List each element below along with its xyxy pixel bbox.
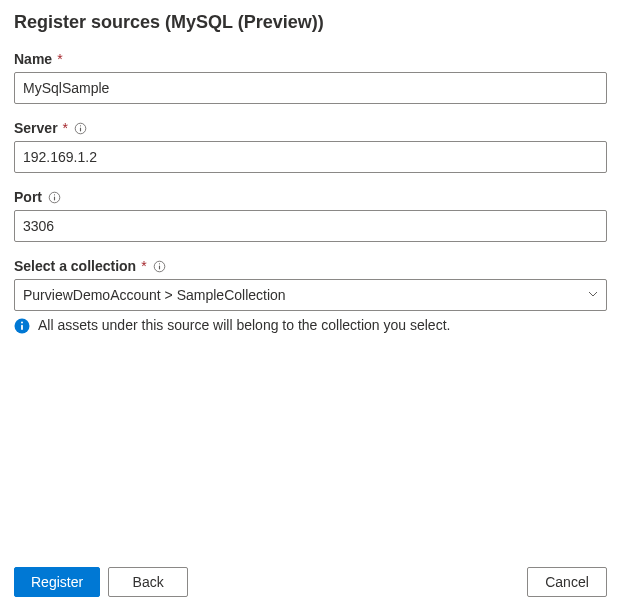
name-label-text: Name bbox=[14, 51, 52, 67]
collection-select-wrapper: PurviewDemoAccount > SampleCollection bbox=[14, 279, 607, 311]
footer: Register Back Cancel bbox=[0, 555, 621, 611]
required-marker: * bbox=[57, 51, 62, 67]
svg-point-2 bbox=[80, 125, 81, 126]
collection-select-value: PurviewDemoAccount > SampleCollection bbox=[23, 287, 286, 303]
name-input[interactable] bbox=[14, 72, 607, 104]
form-content: Register sources (MySQL (Preview)) Name … bbox=[0, 0, 621, 555]
collection-label: Select a collection * bbox=[14, 258, 607, 274]
cancel-button[interactable]: Cancel bbox=[527, 567, 607, 597]
footer-left: Register Back bbox=[14, 567, 188, 597]
info-icon[interactable] bbox=[153, 260, 166, 273]
collection-help-row: All assets under this source will belong… bbox=[14, 317, 607, 334]
svg-point-8 bbox=[159, 263, 160, 264]
port-label-text: Port bbox=[14, 189, 42, 205]
info-filled-icon bbox=[14, 318, 30, 334]
collection-select[interactable]: PurviewDemoAccount > SampleCollection bbox=[14, 279, 607, 311]
info-icon[interactable] bbox=[48, 191, 61, 204]
svg-point-11 bbox=[21, 321, 23, 323]
info-icon[interactable] bbox=[74, 122, 87, 135]
port-input[interactable] bbox=[14, 210, 607, 242]
collection-help-text: All assets under this source will belong… bbox=[38, 317, 450, 333]
server-input[interactable] bbox=[14, 141, 607, 173]
form-group-server: Server * bbox=[14, 120, 607, 173]
name-label: Name * bbox=[14, 51, 607, 67]
form-group-name: Name * bbox=[14, 51, 607, 104]
svg-point-5 bbox=[54, 194, 55, 195]
svg-rect-10 bbox=[21, 325, 23, 330]
form-group-collection: Select a collection * PurviewDemoAccount… bbox=[14, 258, 607, 334]
collection-label-text: Select a collection bbox=[14, 258, 136, 274]
port-label: Port bbox=[14, 189, 607, 205]
server-label: Server * bbox=[14, 120, 607, 136]
register-button[interactable]: Register bbox=[14, 567, 100, 597]
page-title: Register sources (MySQL (Preview)) bbox=[14, 12, 607, 33]
required-marker: * bbox=[141, 258, 146, 274]
form-group-port: Port bbox=[14, 189, 607, 242]
required-marker: * bbox=[63, 120, 68, 136]
back-button[interactable]: Back bbox=[108, 567, 188, 597]
server-label-text: Server bbox=[14, 120, 58, 136]
